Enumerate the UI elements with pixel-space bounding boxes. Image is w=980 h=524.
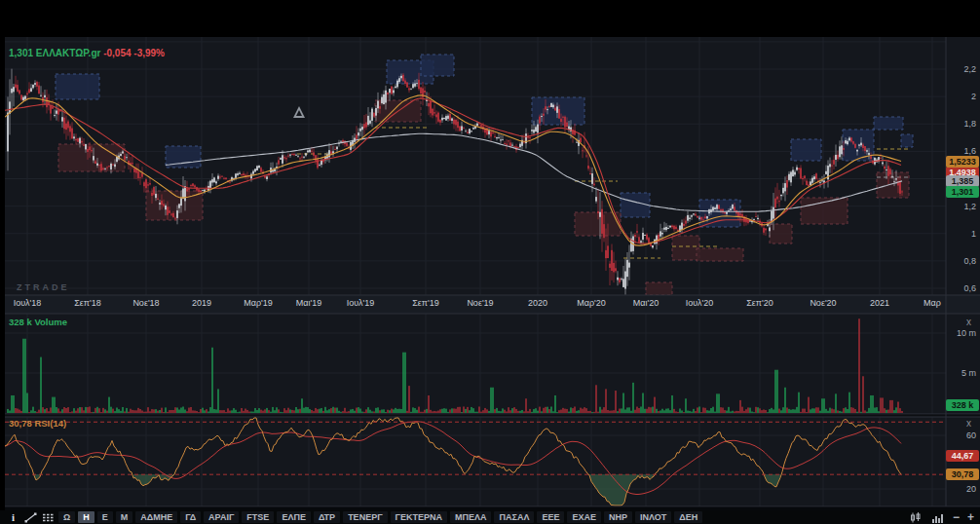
rsi-close-icon[interactable]: x: [966, 419, 971, 428]
time-tick-label: 2019: [192, 298, 211, 308]
ticker-tab-ΠΑΣΑΛ[interactable]: ΠΑΣΑΛ: [494, 511, 534, 523]
rsi-badge: 44,67: [946, 450, 979, 462]
rsi-axis-label: 20: [935, 484, 976, 494]
ticker-tab-ΜΠΕΛΑ[interactable]: ΜΠΕΛΑ: [450, 511, 492, 523]
ticker-tab-ΓΕΚΤΕΡΝΑ[interactable]: ΓΕΚΤΕΡΝΑ: [391, 511, 447, 523]
chart-plot[interactable]: [5, 37, 980, 510]
up-arrow-annotation[interactable]: [293, 106, 305, 118]
price-axis-label: 2: [935, 92, 976, 101]
time-tick-label: Νοε'20: [810, 298, 836, 308]
volume-axis-label: 10 m: [935, 328, 976, 338]
volume-label[interactable]: Volume: [34, 317, 67, 327]
ticker-tab-ΑΡΑΙΓ[interactable]: ΑΡΑΙΓ: [204, 511, 239, 523]
ztrade-watermark: ZTRADE: [17, 282, 70, 292]
volume-value: 328 k: [9, 317, 32, 327]
price-badge: 1,5233: [946, 156, 979, 168]
symbol-name[interactable]: ΕΛΛΑΚΤΩΡ.gr: [36, 48, 101, 58]
time-tick-label: Σεπ'18: [74, 298, 101, 308]
chart-canvas[interactable]: 1,301 ΕΛΛΑΚΤΩΡ.gr -0,054 -3,99% ZTRADE 3…: [5, 37, 980, 510]
time-tick-label: 2021: [870, 298, 889, 308]
ticker-tab-ΔΤΡ[interactable]: ΔΤΡ: [314, 511, 340, 523]
ticker-tab-ΕΛΠΕ[interactable]: ΕΛΠΕ: [277, 511, 311, 523]
time-tick-label: Μαι'20: [633, 298, 659, 308]
time-tick-label: Σεπ'19: [412, 298, 439, 308]
trading-app-screen: 1,301 ΕΛΛΑΚΤΩΡ.gr -0,054 -3,99% ZTRADE 3…: [0, 0, 980, 524]
time-tick-label: Ιουλ'20: [686, 298, 714, 308]
zoom-in-icon[interactable]: +: [967, 512, 974, 522]
rsi-value: 30,78: [9, 418, 32, 429]
timeframe-button-M[interactable]: M: [116, 511, 133, 523]
trendline-icon[interactable]: [23, 511, 38, 523]
price-axis-label: 1: [935, 229, 976, 239]
instrument-legend: 1,301 ΕΛΛΑΚΤΩΡ.gr -0,054 -3,99%: [9, 48, 165, 58]
ticker-tab-ΝΗΡ[interactable]: ΝΗΡ: [604, 511, 632, 523]
time-tick-label: Μαρ'19: [244, 298, 273, 308]
price-badge: 1,301: [946, 186, 979, 198]
ticker-tab-ΙΝΛΟΤ[interactable]: ΙΝΛΟΤ: [635, 511, 671, 523]
time-tick-label: Μαι'19: [296, 298, 321, 308]
price-axis-label: 1,8: [935, 119, 976, 129]
rsi-badge: 30,78: [946, 468, 979, 480]
price-axis-label: 1,6: [935, 146, 976, 156]
volume-axis-label: 5 m: [935, 368, 976, 378]
bottom-toolbar: iΩHEMΑΔΜΗΕΓΔΑΡΑΙΓFTSEΕΛΠΕΔΤΡΤΕΝΕΡΓΓΕΚΤΕΡ…: [0, 510, 980, 524]
candlestick-icon[interactable]: [908, 511, 923, 523]
price-badge: 1,385: [946, 175, 979, 187]
ticker-tab-ΤΕΝΕΡΓ[interactable]: ΤΕΝΕΡΓ: [343, 511, 387, 523]
ticker-tab-ΕΧΑΕ[interactable]: ΕΧΑΕ: [567, 511, 601, 523]
ticker-tab-ΓΔ[interactable]: ΓΔ: [180, 511, 201, 523]
info-icon[interactable]: i: [6, 511, 20, 523]
last-price: 1,301: [9, 48, 33, 58]
time-tick-label: Μαρ'20: [577, 298, 606, 308]
time-tick-label: Νοε'19: [467, 298, 493, 308]
rsi-label[interactable]: RSI(14): [34, 418, 66, 429]
price-axis-label: 0,8: [935, 256, 976, 266]
ticker-tab-FTSE[interactable]: FTSE: [242, 511, 274, 523]
bar-chart-icon[interactable]: [930, 511, 945, 523]
time-tick-label: Σεπ'20: [746, 298, 773, 308]
toolbar-right-tools: −+: [908, 511, 974, 523]
time-tick-label: 2020: [528, 298, 547, 308]
ticker-tab-ΔΕΗ[interactable]: ΔΕΗ: [674, 511, 702, 523]
price-axis-label: 2,2: [935, 64, 976, 74]
rsi-axis-label: 60: [935, 430, 976, 440]
price-axis-label: 0,6: [935, 283, 976, 293]
volume-pane-header: 328 k Volume: [9, 317, 67, 327]
ticker-tab-ΑΔΜΗΕ[interactable]: ΑΔΜΗΕ: [135, 511, 177, 523]
price-change-pct: -3,99%: [133, 48, 165, 58]
price-change: -0,054: [103, 48, 131, 58]
time-tick-label: Ιουλ'18: [14, 298, 42, 308]
gridlines: [5, 37, 946, 506]
ticker-tab-ΕΕΕ[interactable]: ΕΕΕ: [537, 511, 564, 523]
supply-demand-zones: [56, 55, 913, 295]
price-axis-label: 1,2: [935, 202, 976, 211]
time-tick-label: Μαρ: [923, 298, 941, 308]
time-tick-label: Ιουλ'19: [347, 298, 375, 308]
watchlist-icon[interactable]: [41, 511, 56, 523]
time-tick-label: Νοε'18: [132, 298, 159, 308]
volume-close-icon[interactable]: x: [966, 318, 971, 326]
rsi-pane-header: 30,78 RSI(14): [9, 418, 66, 429]
zoom-out-icon[interactable]: −: [953, 512, 960, 522]
timeframe-button-H[interactable]: H: [78, 511, 94, 523]
timeframe-button-Ω[interactable]: Ω: [58, 511, 75, 523]
timeframe-button-E[interactable]: E: [97, 511, 113, 523]
volume-badge: 328 k: [946, 399, 979, 411]
